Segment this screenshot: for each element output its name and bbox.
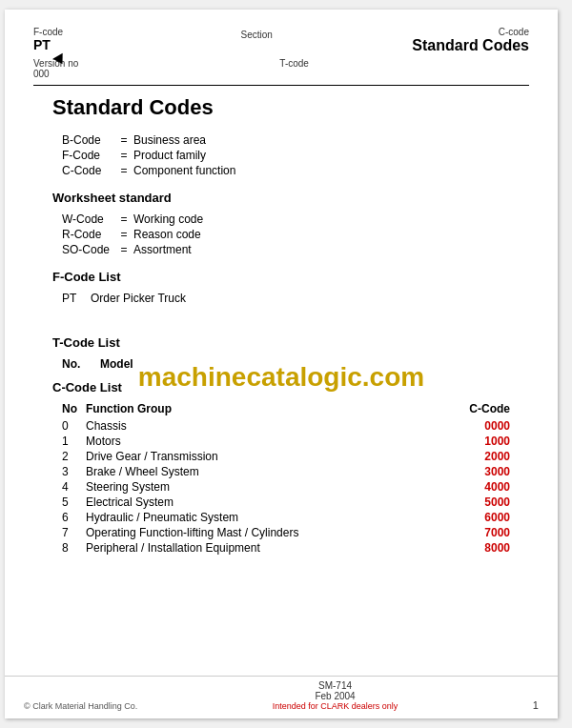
page-footer: © Clark Material Handling Co. SM-714 Feb… <box>5 676 558 711</box>
section-label: Section <box>241 30 273 40</box>
ccode-row-no: 5 <box>62 495 86 509</box>
ccode-row-function: Brake / Wheel System <box>86 465 453 478</box>
fcode-label: F-code <box>33 27 63 37</box>
table-row: SO-Code = Assortment <box>62 243 510 256</box>
ccode-eq: = <box>114 164 133 177</box>
worksheet-code-table: W-Code = Working code R-Code = Reason co… <box>62 212 510 256</box>
page-header: F-code PT Section C-code Standard Codes … <box>5 10 558 79</box>
fcode-val: Product family <box>133 149 206 162</box>
table-row: 1 Motors 1000 <box>62 435 510 448</box>
ccode-header-row: No Function Group C-Code <box>62 402 510 415</box>
table-row: 4 Steering System 4000 <box>62 480 510 494</box>
table-row: 3 Brake / Wheel System 3000 <box>62 465 510 478</box>
ccode-row-code: 5000 <box>453 495 510 509</box>
tcode-model-header: Model <box>100 357 510 371</box>
ccode-row-code: 6000 <box>453 511 510 524</box>
ccode-row-function: Operating Function-lifting Mast / Cylind… <box>86 526 453 539</box>
table-row: 0 Chassis 0000 <box>62 419 510 433</box>
ccode-row-no: 6 <box>62 511 86 524</box>
rcode-key: R-Code <box>62 228 114 241</box>
table-row: 7 Operating Function-lifting Mast / Cyli… <box>62 526 510 539</box>
bfc-code-table: B-Code = Business area F-Code = Product … <box>62 133 510 177</box>
ccode-list-title: C-Code List <box>52 380 510 394</box>
tcode-list-section: T-Code List No. Model <box>52 335 510 371</box>
list-item: PT Order Picker Truck <box>62 292 510 305</box>
table-row: B-Code = Business area <box>62 133 510 147</box>
footer-page: 1 <box>533 699 539 711</box>
ccode-no-header: No <box>62 402 86 415</box>
ccode-list-section: C-Code List No Function Group C-Code 0 C… <box>52 380 510 555</box>
tcode-header-row: No. Model <box>62 357 510 371</box>
table-row: 8 Peripheral / Installation Equipment 80… <box>62 541 510 555</box>
wcode-key: W-Code <box>62 212 114 226</box>
ccode-label: C-code <box>412 27 529 37</box>
bcode-val: Business area <box>133 133 206 147</box>
ccode-row-no: 4 <box>62 480 86 494</box>
fcode-list-section: F-Code List PT Order Picker Truck <box>52 270 510 305</box>
ccode-row-function: Electrical System <box>86 495 453 509</box>
table-row: 2 Drive Gear / Transmission 2000 <box>62 450 510 463</box>
ccode-row-code: 3000 <box>453 465 510 478</box>
ccode-row-function: Drive Gear / Transmission <box>86 450 453 463</box>
table-row: C-Code = Component function <box>62 164 510 177</box>
fcode-eq: = <box>114 149 133 162</box>
ccode-row-code: 0000 <box>453 419 510 433</box>
ccode-row-no: 0 <box>62 419 86 433</box>
table-row: 5 Electrical System 5000 <box>62 495 510 509</box>
header-ccode: C-code Standard Codes <box>412 27 529 54</box>
page-title: Standard Codes <box>52 95 510 120</box>
fcode-key: F-Code <box>62 149 114 162</box>
version-value: 000 <box>33 69 78 79</box>
ccode-val: Component function <box>133 164 235 177</box>
tcode-no-header: No. <box>62 357 100 371</box>
table-row: R-Code = Reason code <box>62 228 510 241</box>
rcode-val: Reason code <box>133 228 201 241</box>
ccode-row-code: 1000 <box>453 435 510 448</box>
ccode-rows-container: 0 Chassis 0000 1 Motors 1000 2 Drive Gea… <box>52 419 510 555</box>
socode-eq: = <box>114 243 133 256</box>
rcode-eq: = <box>114 228 133 241</box>
header-section: Section <box>63 27 412 41</box>
ccode-row-no: 3 <box>62 465 86 478</box>
ccode-row-function: Hydraulic / Pneumatic System <box>86 511 453 524</box>
ccode-row-code: 4000 <box>453 480 510 494</box>
bcode-eq: = <box>114 133 133 147</box>
footer-sm: SM-714 <box>273 680 398 691</box>
ccode-key: C-Code <box>62 164 114 177</box>
ccode-row-function: Chassis <box>86 419 453 433</box>
socode-val: Assortment <box>133 243 192 256</box>
ccode-code-header: C-Code <box>453 402 510 415</box>
footer-copyright: © Clark Material Handling Co. <box>24 701 137 711</box>
header-fcode: F-code PT <box>33 27 63 52</box>
footer-intended: Intended for CLARK dealers only <box>273 701 398 711</box>
ccode-row-no: 7 <box>62 526 86 539</box>
tcode-list-title: T-Code List <box>52 335 510 350</box>
ccode-row-no: 8 <box>62 541 86 555</box>
table-row: W-Code = Working code <box>62 212 510 226</box>
ccode-row-function: Steering System <box>86 480 453 494</box>
main-content: Standard Codes B-Code = Business area F-… <box>5 86 558 566</box>
worksheet-title: Worksheet standard <box>52 191 510 205</box>
ccode-row-no: 1 <box>62 435 86 448</box>
footer-date: Feb 2004 <box>273 691 398 701</box>
ccode-function-header: Function Group <box>86 402 453 415</box>
tcode-label: T-code <box>78 58 472 79</box>
table-row: F-Code = Product family <box>62 149 510 162</box>
ccode-row-code: 2000 <box>453 450 510 463</box>
fcode-list-title: F-Code List <box>52 270 510 284</box>
bcode-key: B-Code <box>62 133 114 147</box>
ccode-row-function: Peripheral / Installation Equipment <box>86 541 453 555</box>
socode-key: SO-Code <box>62 243 114 256</box>
pt-val: Order Picker Truck <box>91 292 186 305</box>
fcode-value: PT <box>33 37 63 52</box>
ccode-row-code: 8000 <box>453 541 510 555</box>
pt-key: PT <box>62 292 91 305</box>
ccode-row-code: 7000 <box>453 526 510 539</box>
page-container: F-code PT Section C-code Standard Codes … <box>5 10 558 718</box>
table-row: 6 Hydraulic / Pneumatic System 6000 <box>62 511 510 524</box>
footer-center: SM-714 Feb 2004 Intended for CLARK deale… <box>273 680 398 711</box>
ccode-row-no: 2 <box>62 450 86 463</box>
header-title: Standard Codes <box>412 37 529 54</box>
ccode-row-function: Motors <box>86 435 453 448</box>
wcode-val: Working code <box>133 212 203 226</box>
